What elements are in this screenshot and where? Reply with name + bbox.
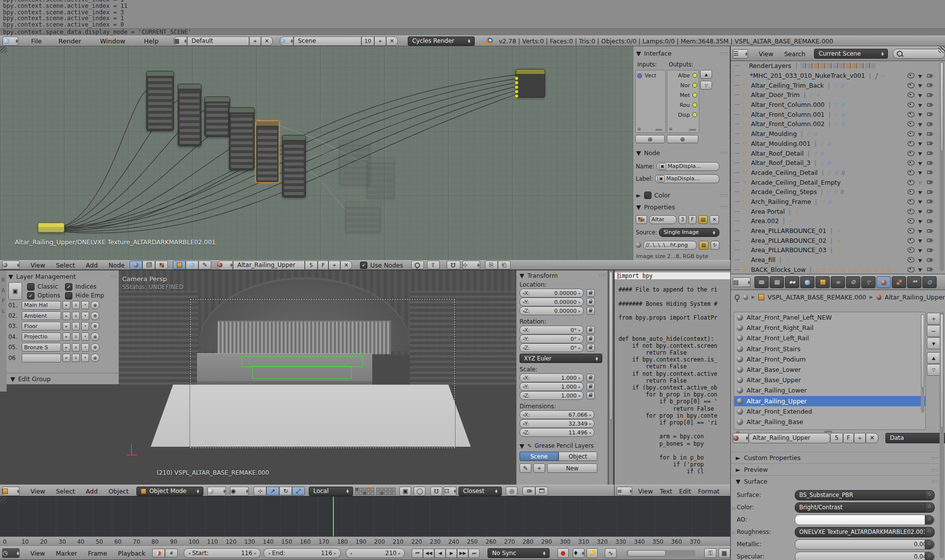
add-output-icon[interactable]: ⊕ (669, 127, 673, 132)
frame-end-field[interactable]: ◂End:116▸ (263, 548, 340, 558)
outliner-item-label[interactable]: Altar_Moulding.001 (751, 140, 811, 147)
material-slot[interactable]: Altar_Railing_Lower (734, 385, 925, 395)
menu-render[interactable]: Render (59, 37, 81, 45)
node-menu-node[interactable]: Node (108, 262, 125, 269)
keying-lock-icon[interactable] (165, 549, 178, 558)
selectability-cursor-icon[interactable] (918, 161, 923, 165)
visibility-eye-icon[interactable] (908, 247, 914, 253)
render-restrict-camera-icon[interactable] (927, 83, 932, 87)
node-link-dot-icon[interactable] (925, 540, 934, 549)
node-link-dot-icon[interactable] (925, 515, 934, 525)
render-restrict-camera-icon[interactable] (927, 258, 932, 262)
output-socket-row[interactable]: Met (667, 90, 699, 100)
next-keyframe-button[interactable]: ▶▶ (457, 549, 468, 558)
render-restrict-camera-icon[interactable] (927, 209, 932, 213)
dimension-field[interactable]: ◂Z:11.496▸ (520, 428, 594, 437)
properties-tab[interactable] (815, 276, 830, 288)
add-output-button[interactable]: ⊕ (667, 135, 698, 143)
scene-layer-row[interactable]: 05. Bronze S ▸ a • ⊗ (8, 342, 117, 353)
outliner-item-label[interactable]: Area.002 (751, 217, 779, 225)
render-restrict-camera-icon[interactable] (927, 112, 932, 116)
material-name-field[interactable]: Altar_Railing_Upper (749, 433, 830, 443)
tl-menu-view[interactable]: View (31, 550, 45, 557)
lock-icon[interactable] (587, 289, 595, 297)
object-shader-toggle[interactable] (173, 261, 186, 269)
indices-checkbox[interactable]: ✓ (65, 283, 72, 291)
slot-move-up-button[interactable]: ▲ (927, 352, 941, 364)
outliner-item[interactable]: Area.002 (731, 216, 939, 226)
visibility-eye-icon[interactable] (908, 160, 914, 165)
code-line[interactable]: arm = bpy.con (615, 433, 730, 440)
snap-magnet-icon[interactable]: Ω (430, 487, 442, 496)
property-value-control[interactable] (795, 515, 935, 525)
node-color-checkbox[interactable] (644, 192, 652, 199)
mode-select[interactable]: Object Mode▲▼ (136, 487, 203, 496)
scale-manipulator-icon[interactable]: ⤢ (292, 487, 305, 495)
code-line[interactable]: p_bones = bpy (615, 440, 730, 447)
properties-scrollbar[interactable] (940, 312, 944, 558)
code-line[interactable]: #### File to append to the ri (615, 286, 730, 293)
shader-node[interactable] (282, 135, 306, 198)
material-fake-user-button[interactable]: F (843, 433, 854, 443)
unselected-node[interactable] (366, 158, 395, 199)
code-line[interactable]: return False (615, 405, 730, 412)
av-sync-select[interactable]: No Sync▲▼ (488, 548, 550, 558)
render-engine-select[interactable]: Cycles Render▲▼ (408, 36, 475, 46)
render-restrict-camera-icon[interactable] (927, 248, 932, 252)
options-checkbox[interactable]: ✓ (27, 292, 34, 299)
panel-grip[interactable] (720, 52, 728, 55)
prev-keyframe-button[interactable]: ◀◀ (423, 549, 434, 558)
location-field[interactable]: ◂Y:0.00000▸ (520, 297, 584, 306)
classic-checkbox[interactable] (27, 283, 34, 291)
material-browse-icon[interactable]: ▲▼ (217, 261, 233, 270)
layer-dot-icon[interactable]: • (81, 343, 89, 352)
code-line[interactable] (615, 329, 730, 335)
outliner-item[interactable]: Arcade_Ceiling_Detail_Empty (731, 177, 939, 187)
render-restrict-camera-icon[interactable] (927, 229, 932, 233)
outliner-item[interactable]: Area_fill (731, 255, 939, 265)
code-line[interactable]: if ('prop (615, 461, 730, 468)
visibility-eye-icon[interactable] (908, 218, 914, 224)
snap-mode-select[interactable]: ⊹▲▼ (462, 261, 480, 269)
menu-file[interactable]: File (31, 37, 42, 45)
selectability-cursor-icon[interactable] (918, 190, 923, 195)
render-opengl-anim-icon[interactable]: 🗔 (535, 487, 548, 495)
visibility-eye-icon[interactable] (908, 189, 914, 195)
shader-node[interactable] (204, 97, 230, 137)
lock-icon[interactable] (587, 383, 595, 391)
layer-delete-icon[interactable]: ⊗ (91, 322, 99, 330)
code-line[interactable]: if b_prop[0] == ' (615, 398, 730, 405)
scene-layer-row[interactable]: 01. Main Hal ▸ a • ⊗ (8, 300, 117, 310)
code-line[interactable]: from bpy.props import FloatPr (615, 314, 730, 321)
material-slot[interactable]: Altar_Base_Lower (734, 364, 925, 375)
material-slot[interactable]: Altar_Front_Podium (734, 354, 925, 364)
transform-panel-scrollbar[interactable] (609, 270, 613, 485)
properties-tab[interactable] (831, 276, 845, 288)
tl-menu-marker[interactable]: Marker (56, 550, 77, 557)
visibility-eye-icon[interactable] (908, 121, 914, 127)
frame-start-field[interactable]: ◂Start:116▸ (184, 548, 261, 558)
selectability-cursor-icon[interactable] (918, 238, 923, 243)
gp-object-button[interactable]: Object (558, 452, 597, 461)
text-menu-text[interactable]: Text (660, 488, 672, 495)
selectability-cursor-icon[interactable] (918, 132, 923, 136)
selectability-cursor-icon[interactable] (918, 219, 923, 224)
property-value-control[interactable]: 0.000 (795, 539, 935, 550)
list-resize-grip[interactable] (824, 431, 832, 432)
render-restrict-camera-icon[interactable] (927, 132, 932, 136)
visibility-eye-icon[interactable] (908, 92, 914, 98)
gp-new-layer-button[interactable]: New (547, 463, 597, 473)
material-unlink-button[interactable]: ✕ (866, 433, 879, 443)
code-line[interactable] (615, 307, 730, 314)
shader-node[interactable] (146, 71, 174, 131)
material-unlink-button[interactable]: ✕ (340, 261, 352, 270)
snap-element-icon[interactable]: ⊡▲▼ (444, 487, 456, 496)
lock-icon[interactable] (587, 374, 595, 382)
outliner-item-label[interactable]: Arcade_Ceiling_Detail (751, 169, 818, 176)
outliner-item-label[interactable]: Altar_Front_Column.001 (751, 111, 825, 118)
vp-menu-select[interactable]: Select (56, 488, 75, 495)
layer-name-field[interactable]: Ambient (22, 311, 61, 320)
layer-delete-icon[interactable]: ⊗ (91, 343, 99, 352)
pivot-point-select[interactable]: ◉▲▼ (230, 487, 249, 496)
render-restrict-camera-icon[interactable] (927, 103, 932, 107)
